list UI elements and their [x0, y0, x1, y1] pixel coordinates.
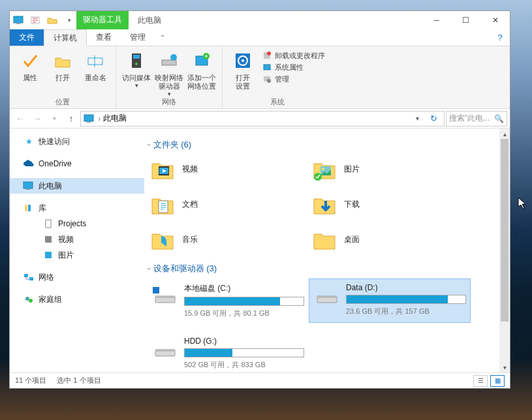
address-dropdown-icon[interactable]: ▾: [411, 115, 423, 122]
nav-quick-access[interactable]: ★快速访问: [10, 134, 144, 149]
group-header-drives[interactable]: ›设备和驱动器 (3): [148, 263, 505, 275]
view-icons-button[interactable]: ▦: [490, 375, 505, 387]
address-input[interactable]: › 此电脑 ▾ ↻: [80, 111, 445, 127]
nav-network[interactable]: 网络: [10, 269, 144, 285]
status-bar: 11 个项目 选中 1 个项目 ☰ ▦: [10, 372, 510, 388]
libraries-icon: [23, 203, 35, 213]
star-icon: ★: [23, 136, 35, 147]
folder-item[interactable]: 音乐: [147, 225, 309, 254]
group-header-folders[interactable]: ›文件夹 (6): [148, 139, 505, 151]
nav-projects[interactable]: Projects: [10, 216, 144, 232]
capacity-bar: [346, 295, 466, 304]
capacity-bar: [184, 297, 304, 306]
svg-rect-21: [87, 122, 91, 123]
recent-dropdown[interactable]: ▾: [46, 111, 62, 127]
capacity-text: 15.9 GB 可用，共 80.1 GB: [184, 308, 304, 318]
collapse-ribbon-button[interactable]: ⌃: [155, 29, 170, 46]
add-network-icon: [191, 50, 212, 71]
qat-dropdown-icon[interactable]: ▾: [62, 13, 76, 27]
back-button[interactable]: ←: [12, 111, 28, 127]
folder-item[interactable]: 视频: [147, 155, 309, 183]
folder-label: 下载: [344, 199, 360, 210]
vertical-scrollbar[interactable]: ▴ ▾: [499, 128, 510, 372]
svg-rect-38: [159, 201, 168, 213]
close-button[interactable]: ✕: [480, 11, 510, 29]
help-button[interactable]: ?: [490, 29, 510, 46]
tab-computer[interactable]: 计算机: [44, 29, 87, 46]
ribbon-mapdrive-button[interactable]: 映射网络 驱动器▾: [153, 49, 185, 98]
scroll-thumb[interactable]: [501, 139, 509, 322]
ribbon-uninstall-button[interactable]: 卸载或更改程序: [262, 50, 325, 61]
tab-manage[interactable]: 管理: [121, 29, 155, 46]
view-details-button[interactable]: ☰: [473, 375, 488, 387]
up-button[interactable]: ↑: [63, 111, 79, 127]
folder-label: 文档: [182, 199, 198, 210]
folder-icon: [149, 157, 176, 181]
svg-rect-8: [162, 60, 176, 65]
tab-file[interactable]: 文件: [10, 29, 44, 46]
svg-point-9: [170, 54, 177, 61]
contextual-tab: 驱动器工具: [76, 11, 129, 29]
folder-item[interactable]: 图片: [309, 155, 471, 183]
svg-rect-43: [317, 296, 337, 298]
nav-homegroup[interactable]: 家庭组: [10, 292, 144, 307]
items-view[interactable]: ›文件夹 (6) 视频图片文档下载音乐桌面 ›设备和驱动器 (3) 本地磁盘 (…: [144, 128, 510, 372]
nav-thispc[interactable]: 此电脑: [10, 178, 144, 194]
qat-new-folder-icon[interactable]: [45, 13, 59, 27]
svg-rect-29: [24, 274, 28, 277]
maximize-button[interactable]: ☐: [451, 11, 480, 29]
ribbon-sysprops-button[interactable]: 系统属性: [262, 62, 325, 72]
drive-icon: [313, 283, 339, 307]
folder-label: 图片: [344, 164, 360, 175]
rename-icon: [85, 50, 106, 71]
scroll-down-icon[interactable]: ▾: [499, 362, 510, 372]
svg-point-14: [242, 59, 244, 62]
drive-item[interactable]: HDD (G:)502 GB 可用，共 833 GB: [147, 332, 309, 372]
monitor-icon: [23, 181, 35, 191]
svg-rect-22: [23, 182, 33, 188]
svg-rect-17: [264, 65, 270, 70]
tab-view[interactable]: 查看: [87, 29, 121, 46]
svg-point-31: [25, 297, 29, 301]
svg-rect-0: [14, 16, 23, 23]
svg-rect-28: [45, 252, 52, 258]
svg-rect-25: [28, 205, 31, 211]
media-server-icon: [126, 50, 147, 71]
ribbon-media-button[interactable]: 访问媒体▾: [120, 49, 153, 98]
network-icon: [23, 272, 35, 282]
ribbon-addloc-button[interactable]: 添加一个 网络位置: [185, 49, 218, 98]
forward-button[interactable]: →: [29, 111, 45, 127]
capacity-text: 502 GB 可用，共 833 GB: [184, 360, 304, 370]
scroll-up-icon[interactable]: ▴: [499, 128, 510, 139]
svg-rect-1: [16, 23, 20, 24]
ribbon-properties-button[interactable]: 属性: [14, 49, 46, 98]
folder-item[interactable]: 下载: [309, 190, 471, 218]
ribbon-settings-button[interactable]: 打开 设置: [227, 49, 259, 98]
svg-point-32: [29, 299, 33, 303]
ribbon-manage-button[interactable]: 管理: [262, 74, 325, 84]
settings-icon: [232, 50, 253, 71]
explorer-window: ▾ 驱动器工具 此电脑 ─ ☐ ✕ 文件 计算机 查看 管理 ⌃ ? 属性 打开: [9, 10, 510, 389]
ribbon-open-button[interactable]: 打开: [46, 49, 79, 98]
capacity-text: 23.6 GB 可用，共 157 GB: [346, 307, 466, 316]
qat-properties-icon[interactable]: [28, 13, 42, 27]
minimize-button[interactable]: ─: [422, 11, 451, 29]
nav-video[interactable]: 视频: [10, 232, 144, 247]
ribbon-rename-button[interactable]: 重命名: [79, 49, 112, 98]
map-drive-icon: [159, 50, 180, 71]
navigation-pane[interactable]: ★快速访问 OneDrive 此电脑 库 Projects 视频 图片 网络 家…: [10, 128, 144, 372]
folder-item[interactable]: 桌面: [309, 225, 471, 254]
drive-item[interactable]: 本地磁盘 (C:)15.9 GB 可用，共 80.1 GB: [147, 278, 309, 323]
folder-item[interactable]: 文档: [147, 190, 309, 218]
nav-pictures[interactable]: 图片: [10, 247, 144, 263]
search-input[interactable]: 搜索"此电... 🔍: [446, 111, 507, 127]
nav-onedrive[interactable]: OneDrive: [10, 156, 144, 172]
folder-label: 音乐: [182, 234, 198, 245]
refresh-button[interactable]: ↻: [426, 113, 441, 123]
folder-label: 桌面: [344, 234, 360, 245]
folder-label: 视频: [182, 164, 198, 175]
drive-item[interactable]: Data (D:)23.6 GB 可用，共 157 GB: [309, 278, 471, 323]
mouse-cursor: [518, 197, 528, 210]
nav-libraries[interactable]: 库: [10, 200, 144, 216]
ribbon: 属性 打开 重命名 位置 访问媒体▾ 映射网络 驱动器▾: [10, 46, 510, 109]
